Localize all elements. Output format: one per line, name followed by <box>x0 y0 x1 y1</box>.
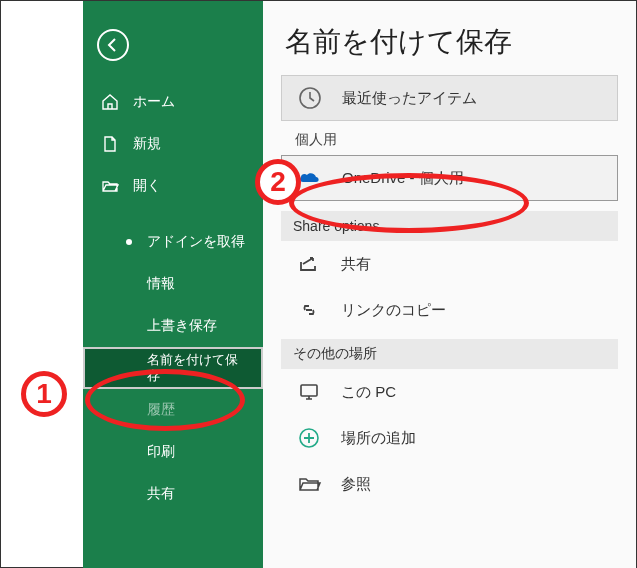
nav-label: 印刷 <box>147 443 175 461</box>
back-button[interactable] <box>97 29 129 61</box>
section-other: その他の場所 <box>281 339 618 369</box>
nav-list: ホーム 新規 開く アドインを取得 情報 上書き保存 <box>83 81 263 515</box>
svg-rect-2 <box>301 385 317 396</box>
svg-point-0 <box>126 239 132 245</box>
back-arrow-icon <box>105 37 121 53</box>
row-onedrive[interactable]: OneDrive - 個人用 <box>281 155 618 201</box>
file-icon <box>101 135 119 153</box>
nav-home[interactable]: ホーム <box>83 81 263 123</box>
folder-open-icon <box>101 177 119 195</box>
section-share-options: Share options <box>281 211 618 241</box>
nav-label: 履歴 <box>147 401 175 419</box>
nav-print[interactable]: 印刷 <box>83 431 263 473</box>
row-label: 参照 <box>341 475 371 494</box>
page-title: 名前を付けて保存 <box>263 1 636 75</box>
onedrive-icon <box>296 164 324 192</box>
bullet-icon <box>125 233 133 251</box>
nav-label: 新規 <box>133 135 161 153</box>
row-label: その他の場所 <box>293 345 377 363</box>
row-recent[interactable]: 最近使ったアイテム <box>281 75 618 121</box>
clock-icon <box>296 84 324 112</box>
nav-label: ホーム <box>133 93 175 111</box>
row-label: この PC <box>341 383 396 402</box>
nav-saveas[interactable]: 名前を付けて保存 <box>83 347 263 389</box>
annotation-number-1: 1 <box>21 371 67 417</box>
row-label: OneDrive - 個人用 <box>342 169 464 188</box>
app-frame: ホーム 新規 開く アドインを取得 情報 上書き保存 <box>0 0 637 568</box>
nav-label: 開く <box>133 177 161 195</box>
nav-open[interactable]: 開く <box>83 165 263 207</box>
link-icon <box>295 296 323 324</box>
nav-label: 上書き保存 <box>147 317 217 335</box>
nav-share[interactable]: 共有 <box>83 473 263 515</box>
nav-label: アドインを取得 <box>147 233 245 251</box>
row-add-place[interactable]: 場所の追加 <box>281 415 618 461</box>
nav-label: 共有 <box>147 485 175 503</box>
add-place-icon <box>295 424 323 452</box>
row-label: リンクのコピー <box>341 301 446 320</box>
nav-history[interactable]: 履歴 <box>83 389 263 431</box>
row-label: Share options <box>293 218 379 234</box>
share-icon <box>295 250 323 278</box>
row-this-pc[interactable]: この PC <box>281 369 618 415</box>
backstage-sidebar: ホーム 新規 開く アドインを取得 情報 上書き保存 <box>83 1 263 568</box>
pc-icon <box>295 378 323 406</box>
folder-icon <box>295 470 323 498</box>
nav-label: 情報 <box>147 275 175 293</box>
main-pane: 名前を付けて保存 最近使ったアイテム 個人用 OneDrive - 個人用 Sh… <box>263 1 636 568</box>
row-label: 共有 <box>341 255 371 274</box>
nav-new[interactable]: 新規 <box>83 123 263 165</box>
row-browse[interactable]: 参照 <box>281 461 618 507</box>
nav-save[interactable]: 上書き保存 <box>83 305 263 347</box>
row-share[interactable]: 共有 <box>281 241 618 287</box>
row-label: 場所の追加 <box>341 429 416 448</box>
home-icon <box>101 93 119 111</box>
nav-label: 名前を付けて保存 <box>147 352 247 383</box>
nav-info[interactable]: 情報 <box>83 263 263 305</box>
row-label: 最近使ったアイテム <box>342 89 477 108</box>
location-list: 最近使ったアイテム 個人用 OneDrive - 個人用 Share optio… <box>263 75 636 507</box>
nav-addins[interactable]: アドインを取得 <box>83 221 263 263</box>
row-copy-link[interactable]: リンクのコピー <box>281 287 618 333</box>
section-personal: 個人用 <box>281 121 618 155</box>
